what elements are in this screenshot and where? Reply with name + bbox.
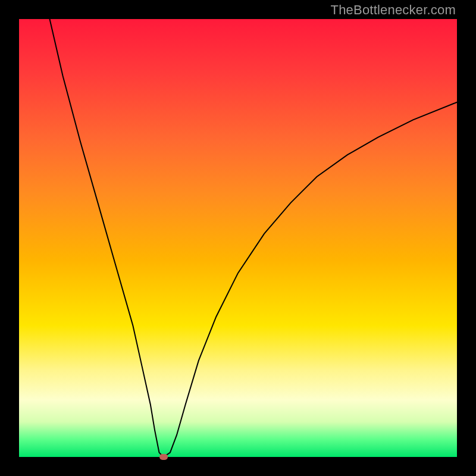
- bottleneck-curve: [50, 19, 458, 457]
- curve-svg: [19, 19, 457, 457]
- plot-area: [19, 19, 457, 457]
- chart-frame: TheBottlenecker.com: [0, 0, 476, 476]
- attribution-label: TheBottlenecker.com: [331, 2, 456, 18]
- optimum-marker: [159, 454, 168, 460]
